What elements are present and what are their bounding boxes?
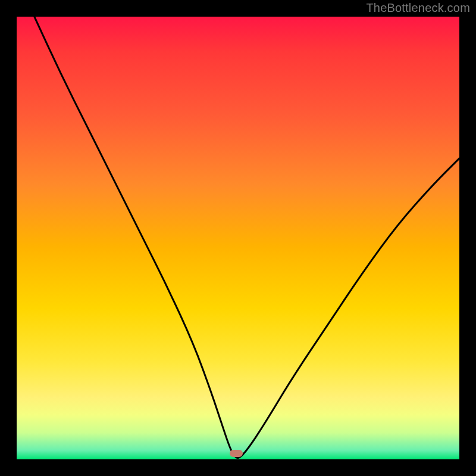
bottleneck-curve <box>17 17 459 459</box>
minimum-marker <box>230 450 243 457</box>
chart-frame: TheBottleneck.com <box>0 0 476 476</box>
watermark-text: TheBottleneck.com <box>366 1 470 15</box>
